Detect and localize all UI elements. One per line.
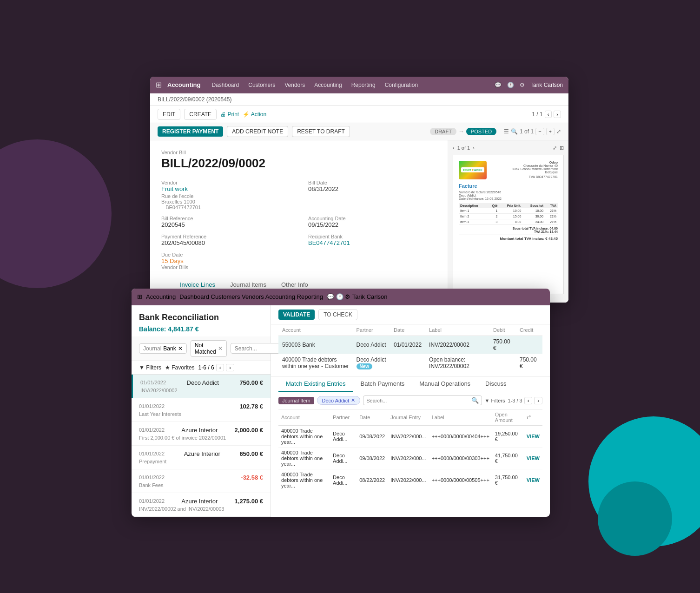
recon-item-amount: 102.78 € — [239, 403, 263, 410]
pdf-toolbar: ‹ 1 of 1 › ⤢ ⊞ — [453, 145, 564, 151]
recon-settings-icon[interactable]: ⚙ — [345, 293, 350, 300]
list-view-icon[interactable]: ☰ — [504, 128, 509, 135]
pdf-content: FRUIT✦WORK Odoo Chaussée du Namur 40 136… — [453, 155, 564, 294]
accounting-date-field: Accounting Date 09/15/2022 — [308, 216, 436, 228]
vendor-value[interactable]: Fruit work — [161, 185, 290, 192]
search-view-icon[interactable]: 🔍 — [511, 128, 518, 135]
next-record-button[interactable]: + — [546, 128, 555, 135]
recon-list-item[interactable]: 01/01/2022 Azure Interior 650.00 € Prepa… — [132, 446, 271, 469]
nav-vendors[interactable]: Vendors — [281, 80, 309, 90]
register-payment-button[interactable]: REGISTER PAYMENT — [158, 126, 223, 137]
recon-list-item[interactable]: 01/01/2022 Deco Addict 750.00 € INV/2022… — [132, 375, 271, 398]
next-page-button[interactable]: › — [554, 111, 561, 118]
recon-clock-icon[interactable]: 🕐 — [336, 293, 343, 300]
bottom-spacer — [278, 491, 542, 510]
tab-manual-operations[interactable]: Manual Operations — [412, 376, 478, 392]
tab-batch-payments[interactable]: Batch Payments — [353, 376, 412, 392]
nav-dashboard[interactable]: Dashboard — [208, 80, 243, 90]
deco-addict-chip[interactable]: Deco Addict ✕ — [317, 396, 361, 405]
bottom-pager-prev[interactable]: ‹ — [524, 397, 533, 404]
nav-accounting[interactable]: Accounting — [310, 80, 345, 90]
settings-icon[interactable]: ⚙ — [520, 82, 525, 88]
recon-chat-icon[interactable]: 💬 — [327, 293, 334, 300]
nav-configuration[interactable]: Configuration — [381, 80, 422, 90]
recon-item-name: Deco Addict — [187, 379, 219, 386]
cell-label: Open balance: INV/2022/00002 — [425, 354, 489, 372]
clock-icon[interactable]: 🕐 — [507, 82, 514, 88]
tab-match-existing[interactable]: Match Existing Entries — [278, 376, 353, 392]
bt-col-open-amount: Open Amount — [492, 409, 524, 426]
pdf-download-icon[interactable]: ⊞ — [560, 145, 564, 151]
add-credit-note-button[interactable]: ADD CREDIT NOTE — [227, 126, 288, 137]
not-matched-filter[interactable]: Not Matched ✕ — [191, 340, 227, 357]
bt-cell-amount: 31,750.00 € — [492, 469, 524, 491]
bottom-pager-next[interactable]: › — [534, 397, 542, 404]
tab-discuss[interactable]: Discuss — [478, 376, 514, 392]
deco-addict-label: Deco Addict — [322, 398, 350, 403]
cell-date — [390, 354, 425, 372]
filters-button[interactable]: ▼ Filters — [139, 364, 161, 371]
bt-cell-journal: INV/2022/000... — [388, 447, 429, 469]
expand-icon[interactable]: ⤢ — [556, 128, 561, 135]
col-partner: Partner — [353, 324, 390, 336]
recon-balance: Balance: 4,841.87 € — [139, 325, 263, 333]
not-matched-x[interactable]: ✕ — [218, 345, 223, 352]
favorites-button[interactable]: ★ Favorites — [165, 364, 195, 371]
apps-icon[interactable]: ⊞ — [156, 80, 162, 89]
bottom-table-row: 400000 Trade debtors within one year... … — [278, 425, 542, 447]
edit-button[interactable]: EDIT — [158, 109, 180, 120]
nav-customers[interactable]: Customers — [244, 80, 279, 90]
pdf-invoice-title: Facture — [459, 183, 558, 189]
print-button[interactable]: 🖨 Print — [220, 111, 239, 118]
recon-list: 01/01/2022 Deco Addict 750.00 € INV/2022… — [132, 375, 271, 517]
recon-header: Bank Reconciliation Balance: 4,841.87 € — [132, 305, 271, 336]
bottom-search-icon[interactable]: 🔍 — [471, 397, 479, 404]
bottom-filters-btn[interactable]: ▼ Filters — [485, 398, 505, 403]
view-link-3[interactable]: VIEW — [527, 477, 540, 483]
journal-filter-x[interactable]: ✕ — [178, 345, 183, 352]
view-link-1[interactable]: VIEW — [527, 434, 540, 439]
deco-x[interactable]: ✕ — [351, 397, 355, 403]
recon-item-header: 01/01/2022 102.78 € — [139, 403, 263, 410]
prev-record-button[interactable]: − — [535, 128, 544, 135]
recon-nav-vendors[interactable]: Vendors — [242, 293, 264, 300]
bill-breadcrumb: BILL/2022/09/0002 (2020545) — [158, 96, 561, 103]
pager-next[interactable]: › — [226, 364, 234, 371]
action-button[interactable]: ⚡ Action — [243, 111, 266, 118]
recon-nav-customers[interactable]: Customers — [211, 293, 240, 300]
pdf-next-icon[interactable]: › — [473, 145, 475, 151]
recon-list-item[interactable]: 01/01/2022 Azure Interior 1,275.00 € INV… — [132, 493, 271, 517]
validate-button[interactable]: VALIDATE — [278, 310, 315, 320]
bill-number-title: BILL/2022/09/0002 — [161, 156, 436, 171]
nav-reporting[interactable]: Reporting — [348, 80, 379, 90]
reset-to-draft-button[interactable]: RESET TO DRAFT — [292, 126, 350, 137]
recon-item-sub: Last Year Interests — [139, 411, 263, 417]
pdf-expand-icon[interactable]: ⤢ — [553, 145, 557, 151]
recon-nav-reporting[interactable]: Reporting — [297, 293, 323, 300]
recon-nav-accounting[interactable]: Accounting — [265, 293, 295, 300]
cell-account: 550003 Bank — [278, 336, 353, 354]
bottom-search-input[interactable] — [366, 398, 469, 403]
recon-list-item[interactable]: 01/01/2022 Azure Interior 2,000.00 € Fir… — [132, 422, 271, 446]
prev-page-button[interactable]: ‹ — [545, 111, 552, 118]
journal-item-chip: Journal Item — [278, 397, 314, 404]
tocheck-button[interactable]: TO CHECK — [318, 309, 357, 320]
vendor-label: Vendor — [161, 180, 290, 185]
pdf-prev-icon[interactable]: ‹ — [453, 145, 455, 151]
recipient-bank-field: Recipient Bank BE0477472701 — [308, 234, 436, 246]
bill-toolbar: BILL/2022/09/0002 (2020545) — [150, 93, 568, 106]
bg-circle-left — [0, 139, 112, 288]
pager-prev[interactable]: ‹ — [216, 364, 225, 371]
journal-filter[interactable]: Journal Bank ✕ — [139, 343, 187, 354]
view-link-2[interactable]: VIEW — [527, 455, 540, 461]
topnav-right: 💬 🕐 ⚙ Tarik Carlson — [495, 82, 563, 88]
recon-list-item[interactable]: 01/01/2022 102.78 € Last Year Interests — [132, 398, 271, 422]
create-button[interactable]: CREATE — [184, 109, 217, 120]
recon-apps-icon[interactable]: ⊞ — [137, 293, 142, 300]
recon-nav-dashboard[interactable]: Dashboard — [179, 293, 209, 300]
chat-icon[interactable]: 💬 — [495, 82, 502, 88]
bt-col-label: Label — [429, 409, 492, 426]
table-row: 400000 Trade debtors within one year - C… — [278, 354, 542, 372]
recon-list-item[interactable]: 01/01/2022 -32.58 € Bank Fees — [132, 469, 271, 493]
recipient-bank-value[interactable]: BE0477472701 — [308, 239, 436, 246]
